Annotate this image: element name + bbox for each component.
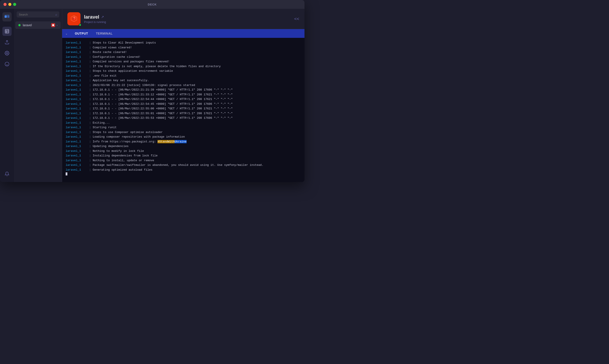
service-label: laravel_1 [66, 106, 88, 111]
terminal-line: laravel_1|2022/03/06 21:21:22 [notice] 1… [62, 83, 305, 88]
log-text: 172.18.0.1 - - [06/Mar/2022:22:55:01 +00… [93, 111, 301, 116]
terminal-line: laravel_1|Route cache cleared! [62, 50, 305, 55]
status-dot [18, 24, 21, 26]
main-content: laravel ↗ Project is running << ⌄ OUTPUT… [62, 9, 305, 182]
service-label: laravel_1 [66, 74, 88, 78]
log-text: 172.18.0.1 - - [06/Mar/2022:22:55:00 +00… [93, 106, 301, 111]
separator: | [89, 125, 91, 130]
service-label: laravel_1 [66, 88, 88, 92]
service-label: laravel_1 [66, 50, 88, 54]
log-text: Loading composer repositories with packa… [93, 135, 301, 139]
stop-icon [52, 24, 54, 26]
log-text: 172.18.0.1 - - [06/Mar/2022:22:54:44 +00… [93, 97, 301, 102]
search-icon: ⌕ [55, 13, 57, 16]
main-layout: ⌕ laravel › [0, 9, 305, 182]
terminal-line: laravel_1|Compiled services and packages… [62, 59, 305, 64]
separator: | [89, 121, 91, 125]
log-text: 2022/03/06 21:21:22 [notice] 130#130: si… [93, 83, 301, 88]
search-input[interactable] [19, 13, 54, 16]
app-info: laravel ↗ Project is running [84, 14, 294, 24]
service-label: laravel_1 [66, 60, 88, 64]
sidebar-item-feedback[interactable] [2, 60, 12, 69]
terminal-line: laravel_1|Steps to use Composer optimise… [62, 130, 305, 135]
sidebar-item-import[interactable] [2, 38, 12, 47]
separator: | [89, 55, 91, 59]
tabs-bar: ⌄ OUTPUT TERMINAL [62, 29, 305, 38]
close-button[interactable] [3, 3, 7, 6]
service-label: laravel_1 [66, 78, 88, 83]
cursor-line [62, 172, 305, 176]
separator: | [89, 168, 91, 172]
log-text: Compiled services and packages files rem… [93, 60, 301, 64]
terminal-line: laravel_1|Steps to Clear All Development… [62, 40, 305, 45]
window-controls[interactable] [3, 3, 16, 6]
terminal-line: laravel_1|Configuration cache cleared! [62, 55, 305, 60]
terminal-output[interactable]: laravel_1|Steps to Clear All Development… [62, 38, 305, 182]
terminal-line: laravel_1|Exiting... [62, 120, 305, 125]
app-name-row: laravel ↗ [84, 14, 294, 20]
terminal-line: laravel_1|172.18.0.1 - - [06/Mar/2022:22… [62, 97, 305, 102]
terminal-line: laravel_1|172.18.0.1 - - [06/Mar/2022:22… [62, 116, 305, 120]
terminal-line: laravel_1|Steps to check application env… [62, 69, 305, 74]
service-label: laravel_1 [66, 116, 88, 120]
sidebar-icons [0, 9, 14, 182]
log-text: Configuration cache cleared! [93, 55, 301, 59]
terminal-line: laravel_1|Info from https://repo.packagi… [62, 139, 305, 144]
log-text: .env file exit [93, 74, 301, 78]
minimize-button[interactable] [8, 3, 11, 6]
expand-icon[interactable]: › [56, 23, 58, 27]
log-text: Updating dependencies [93, 144, 301, 149]
sidebar-item-containers[interactable] [2, 27, 12, 36]
log-text: Generating optimized autoload files [93, 168, 301, 172]
terminal-line: laravel_1|Generating optimized autoload … [62, 168, 305, 172]
terminal-line: laravel_1|172.18.0.1 - - [06/Mar/2022:22… [62, 106, 305, 111]
separator: | [89, 130, 91, 134]
log-text: Nothing to modify in lock file [93, 149, 301, 153]
svg-point-8 [6, 52, 8, 54]
separator: | [89, 154, 91, 158]
project-panel: ⌕ laravel › [14, 9, 62, 182]
terminal-line: laravel_1|If the Directory is not empty,… [62, 64, 305, 69]
log-text: Steps to check application environment v… [93, 69, 301, 73]
search-bar: ⌕ [14, 9, 62, 20]
service-label: laravel_1 [66, 121, 88, 125]
terminal-line: laravel_1|Nothing to modify in lock file [62, 149, 305, 154]
separator: | [89, 116, 91, 120]
terminal-line: laravel_1|Nothing to install, update or … [62, 158, 305, 163]
svg-rect-3 [5, 29, 9, 33]
title-bar: DECK [0, 0, 305, 9]
service-label: laravel_1 [66, 41, 88, 45]
service-label: laravel_1 [66, 97, 88, 102]
service-label: laravel_1 [66, 158, 88, 163]
running-indicator [79, 24, 81, 26]
project-list: laravel › [14, 20, 62, 182]
log-text: Exiting... [93, 121, 301, 125]
separator: | [89, 88, 91, 92]
separator: | [89, 64, 91, 69]
collapse-button[interactable]: << [294, 16, 299, 21]
stop-button[interactable] [51, 23, 55, 27]
terminal-line: laravel_1|.env file exit [62, 74, 305, 78]
external-link-icon[interactable]: ↗ [101, 15, 104, 19]
terminal-line: laravel_1|172.18.0.1 - - [06/Mar/2022:22… [62, 111, 305, 116]
maximize-button[interactable] [13, 3, 16, 6]
sidebar-item-settings[interactable] [2, 49, 12, 58]
service-label: laravel_1 [66, 69, 88, 73]
svg-rect-1 [7, 15, 9, 18]
terminal-line: laravel_1|Loading composer repositories … [62, 134, 305, 139]
service-label: laravel_1 [66, 154, 88, 158]
terminal-line: laravel_1|Starting runit [62, 125, 305, 130]
tab-terminal[interactable]: TERMINAL [92, 29, 117, 38]
log-text: Steps to Clear All Development inputs [93, 41, 301, 45]
sidebar-item-notifications[interactable] [2, 169, 12, 179]
app-status: Project is running [84, 20, 294, 24]
tab-output[interactable]: OUTPUT [71, 29, 92, 38]
app-logo[interactable] [2, 12, 12, 21]
service-label: laravel_1 [66, 111, 88, 116]
service-label: laravel_1 [66, 149, 88, 153]
search-wrapper[interactable]: ⌕ [17, 11, 59, 17]
separator: | [89, 69, 91, 73]
project-item-laravel[interactable]: laravel › [15, 21, 61, 29]
log-text: Steps to use Composer optimise autoloade… [93, 130, 301, 134]
app-header: laravel ↗ Project is running << [62, 9, 305, 29]
